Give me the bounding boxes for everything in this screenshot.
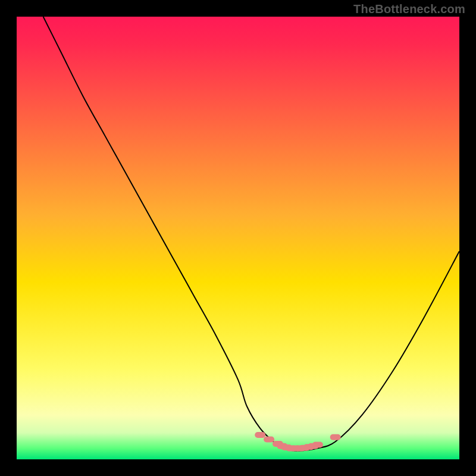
optimal-marker	[312, 441, 323, 447]
chart-frame: TheBottleneck.com	[0, 0, 476, 476]
optimal-marker	[330, 434, 341, 440]
gradient-background	[17, 17, 459, 459]
watermark-label: TheBottleneck.com	[353, 2, 465, 16]
optimal-marker	[264, 437, 274, 443]
optimal-marker	[255, 432, 265, 438]
bottleneck-chart	[17, 17, 459, 459]
plot-area	[17, 17, 459, 459]
